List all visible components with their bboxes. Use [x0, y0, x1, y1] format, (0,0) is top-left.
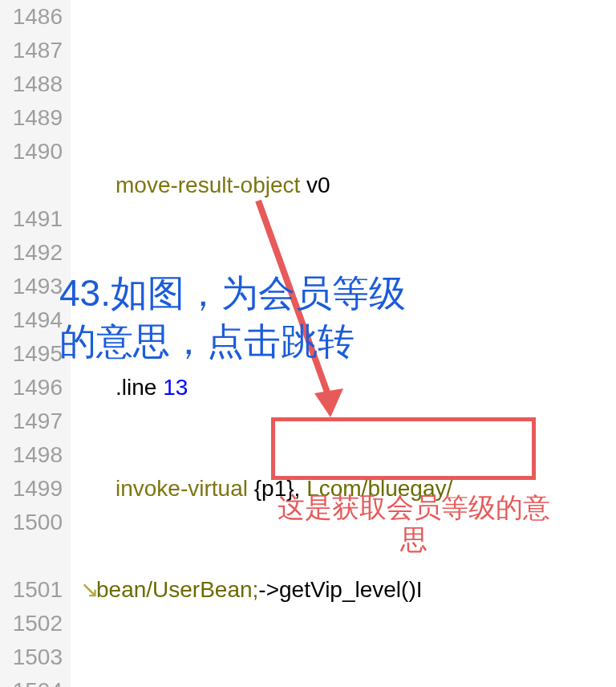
- line-number: 1500: [5, 506, 63, 539]
- line-number: 1496: [5, 371, 63, 404]
- code-line: [77, 67, 616, 101]
- line-number: 1486: [5, 0, 63, 34]
- token-class: Lcom/bluegay/: [306, 472, 452, 506]
- token-register: {p1},: [248, 472, 306, 506]
- line-number-gutter: 1486 1487 1488 1489 1490 1491 1492 1493 …: [0, 0, 71, 687]
- line-number: 1501: [5, 573, 63, 607]
- line-number: 1492: [5, 236, 63, 270]
- line-number: 1497: [5, 404, 63, 438]
- code-area[interactable]: move-result-object v0 .line 13 invoke-vi…: [71, 0, 616, 687]
- code-line: invoke-virtual {p1}, Lcom/bluegay/: [77, 472, 616, 506]
- line-number: 1498: [5, 438, 63, 472]
- wrap-arrow-icon: ↘: [80, 573, 96, 607]
- line-number: 1499: [5, 472, 63, 506]
- line-number: 1502: [5, 607, 63, 640]
- code-line: [77, 270, 616, 303]
- code-line: move-result-object v0: [77, 169, 616, 202]
- token-directive: .line: [116, 371, 156, 404]
- line-number: 1493: [5, 270, 63, 303]
- line-number: 1503: [5, 640, 63, 674]
- line-number: 1495: [5, 337, 63, 371]
- token-class: bean/UserBean;: [96, 573, 258, 607]
- token-method: ->getVip_level()I: [258, 573, 422, 607]
- line-wrap-indicator: [5, 169, 63, 202]
- token-opcode: invoke-virtual: [116, 472, 248, 506]
- line-number: 1491: [5, 202, 63, 236]
- line-number: 1504: [5, 674, 63, 687]
- token-opcode: move-result-object: [116, 169, 300, 202]
- code-line: [77, 674, 616, 687]
- code-line: .line 13: [77, 371, 616, 404]
- line-wrap-indicator: [5, 539, 63, 573]
- line-number: 1487: [5, 34, 63, 67]
- line-number: 1490: [5, 135, 63, 169]
- line-number: 1488: [5, 67, 63, 101]
- code-line-wrap: ↘bean/UserBean;->getVip_level()I: [77, 573, 616, 607]
- line-number: 1494: [5, 303, 63, 337]
- line-number: 1489: [5, 101, 63, 135]
- token-register: v0: [300, 169, 330, 202]
- token-number: 13: [156, 371, 188, 404]
